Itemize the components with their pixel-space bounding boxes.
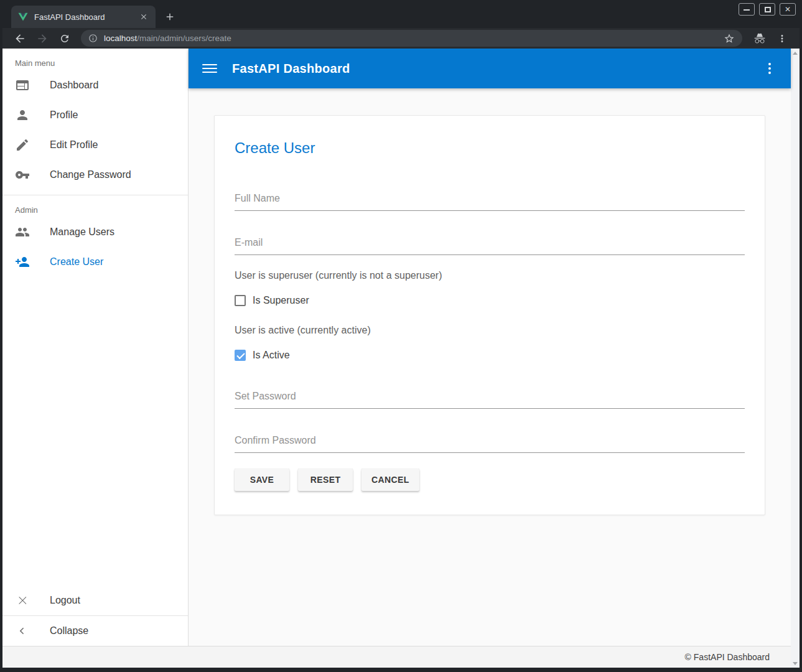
- url-path: /main/admin/users/create: [137, 34, 231, 43]
- pencil-icon: [15, 138, 30, 152]
- confirm-password-field-wrap: [235, 435, 745, 453]
- sidebar-item-logout[interactable]: Logout: [2, 586, 188, 615]
- forward-icon[interactable]: [35, 31, 50, 46]
- dashboard-icon: [15, 78, 30, 93]
- tab-close-icon[interactable]: [138, 11, 149, 22]
- footer-text: © FastAPI Dashboard: [685, 652, 770, 662]
- email-field-wrap: [235, 237, 745, 255]
- sidebar-item-label: Logout: [50, 595, 80, 606]
- window-maximize-button[interactable]: [759, 3, 775, 16]
- set-password-input[interactable]: [235, 391, 745, 409]
- sidebar-section-main-menu: Main menu: [15, 58, 188, 68]
- browser-tab[interactable]: FastAPI Dashboard: [11, 6, 156, 28]
- browser-menu-icon[interactable]: [775, 31, 790, 46]
- window-controls: ✕: [739, 3, 796, 16]
- email-input[interactable]: [235, 237, 745, 255]
- page-scrollbar[interactable]: [791, 49, 800, 668]
- sidebar-divider: [2, 195, 188, 195]
- sidebar-item-label: Profile: [50, 110, 78, 121]
- url-host: localhost: [104, 34, 137, 43]
- scroll-down-arrow[interactable]: [791, 659, 800, 668]
- vue-logo-icon: [17, 11, 29, 22]
- url-bar[interactable]: localhost/main/admin/users/create: [81, 30, 742, 47]
- sidebar-item-label: Create User: [50, 256, 103, 268]
- sidebar-item-manage-users[interactable]: Manage Users: [2, 217, 188, 247]
- appbar-menu-icon[interactable]: [762, 61, 777, 76]
- full-name-field-wrap: [235, 193, 745, 211]
- form-actions: SAVE RESET CANCEL: [235, 469, 745, 491]
- people-icon: [15, 225, 30, 240]
- sidebar: Main menu Dashboard Profile: [2, 49, 189, 646]
- hamburger-menu-icon[interactable]: [202, 61, 217, 76]
- sidebar-item-profile[interactable]: Profile: [2, 100, 188, 130]
- bookmark-star-icon[interactable]: [724, 33, 735, 44]
- incognito-icon: [752, 31, 767, 46]
- browser-titlebar: FastAPI Dashboard ✕: [2, 0, 800, 28]
- set-password-field-wrap: [235, 391, 745, 409]
- active-hint: User is active (currently active): [235, 325, 745, 336]
- confirm-password-input[interactable]: [235, 435, 745, 453]
- browser-toolbar: localhost/main/admin/users/create: [2, 28, 800, 49]
- page-info-icon[interactable]: [88, 34, 98, 43]
- sidebar-item-label: Change Password: [50, 169, 131, 180]
- sidebar-item-dashboard[interactable]: Dashboard: [2, 70, 188, 100]
- back-icon[interactable]: [12, 31, 27, 46]
- reload-icon[interactable]: [57, 31, 72, 46]
- window-close-button[interactable]: ✕: [780, 3, 796, 16]
- page-footer: © FastAPI Dashboard: [2, 646, 791, 668]
- superuser-checkbox[interactable]: [235, 295, 246, 306]
- content-area: Create User User is superuser (currently…: [189, 88, 791, 646]
- page-viewport: Main menu Dashboard Profile: [2, 49, 800, 668]
- superuser-checkbox-label: Is Superuser: [253, 295, 309, 306]
- scroll-up-arrow[interactable]: [791, 49, 800, 57]
- chevron-left-icon: [15, 623, 30, 638]
- save-button[interactable]: SAVE: [235, 469, 289, 491]
- full-name-input[interactable]: [235, 193, 745, 211]
- key-icon: [15, 167, 30, 182]
- person-add-icon: [15, 254, 30, 269]
- tab-title: FastAPI Dashboard: [34, 12, 138, 22]
- sidebar-item-label: Edit Profile: [50, 139, 98, 151]
- window-minimize-button[interactable]: [739, 3, 755, 16]
- close-icon: [15, 593, 30, 608]
- sidebar-item-create-user[interactable]: Create User: [2, 247, 188, 277]
- browser-window: FastAPI Dashboard ✕ localhost/: [0, 0, 802, 672]
- sidebar-item-change-password[interactable]: Change Password: [2, 160, 188, 190]
- active-checkbox-label: Is Active: [253, 350, 290, 361]
- new-tab-button[interactable]: [161, 7, 179, 26]
- person-icon: [15, 108, 30, 123]
- sidebar-item-edit-profile[interactable]: Edit Profile: [2, 130, 188, 160]
- sidebar-item-label: Collapse: [50, 625, 88, 637]
- superuser-hint: User is superuser (currently is not a su…: [235, 270, 745, 281]
- active-checkbox[interactable]: [235, 350, 246, 361]
- sidebar-item-label: Manage Users: [50, 226, 114, 238]
- main-area: FastAPI Dashboard Create User: [189, 49, 791, 646]
- page-title: Create User: [235, 139, 745, 157]
- active-checkbox-row: Is Active: [235, 350, 745, 361]
- sidebar-section-admin: Admin: [15, 205, 188, 215]
- sidebar-item-label: Dashboard: [50, 80, 98, 91]
- create-user-card: Create User User is superuser (currently…: [214, 115, 765, 515]
- sidebar-item-collapse[interactable]: Collapse: [2, 616, 188, 646]
- reset-button[interactable]: RESET: [298, 469, 353, 491]
- superuser-checkbox-row: Is Superuser: [235, 295, 745, 306]
- appbar: FastAPI Dashboard: [189, 49, 791, 88]
- cancel-button[interactable]: CANCEL: [361, 469, 419, 491]
- appbar-title: FastAPI Dashboard: [232, 62, 350, 76]
